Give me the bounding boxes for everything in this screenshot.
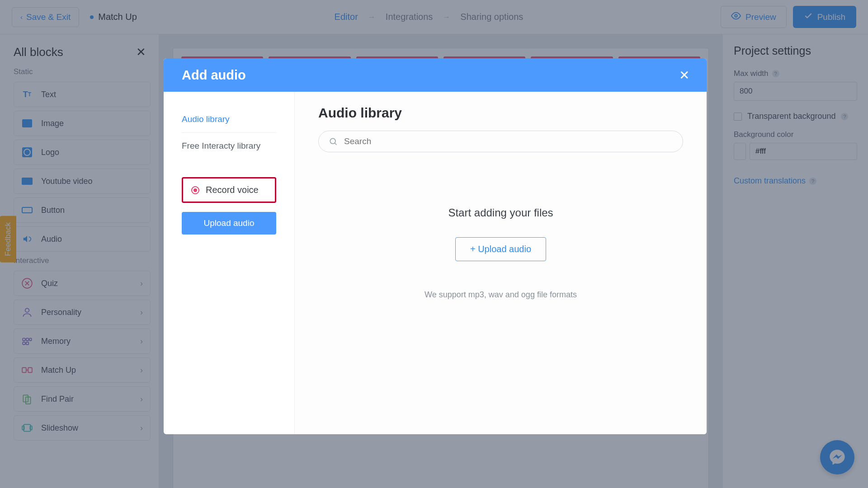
empty-title: Start adding your files	[318, 206, 683, 219]
empty-state: Start adding your files + Upload audio W…	[318, 206, 683, 300]
record-voice-button[interactable]: Record voice	[182, 177, 276, 203]
upload-audio-main-button[interactable]: + Upload audio	[455, 237, 546, 261]
svg-point-15	[330, 138, 335, 144]
add-audio-modal: Add audio ✕ Audio library Free Interacty…	[164, 58, 707, 434]
upload-audio-side-button[interactable]: Upload audio	[182, 212, 276, 235]
modal-body: Audio library Free Interacty library Rec…	[164, 92, 707, 434]
record-icon	[191, 186, 199, 194]
modal-sidebar: Audio library Free Interacty library Rec…	[164, 92, 295, 434]
search-icon	[329, 137, 338, 146]
tab-audio-library[interactable]: Audio library	[182, 108, 276, 131]
modal-title: Add audio	[182, 68, 246, 83]
tab-free-library[interactable]: Free Interacty library	[182, 135, 276, 157]
divider	[182, 132, 276, 133]
modal-close-button[interactable]: ✕	[676, 65, 692, 85]
search-input[interactable]	[344, 136, 673, 146]
svg-line-16	[335, 143, 337, 145]
modal-main: Audio library Start adding your files + …	[295, 92, 707, 434]
record-label: Record voice	[206, 185, 259, 195]
library-title: Audio library	[318, 105, 683, 121]
formats-hint: We support mp3, wav and ogg file formats	[318, 290, 683, 300]
search-box[interactable]	[318, 131, 683, 152]
modal-header: Add audio ✕	[164, 58, 707, 92]
